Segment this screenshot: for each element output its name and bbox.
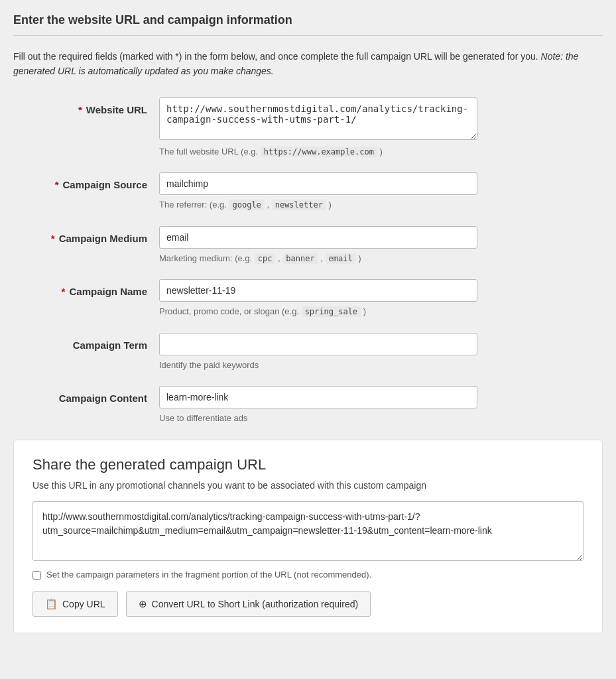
campaign-content-input[interactable] [159, 386, 477, 408]
fragment-checkbox-label[interactable]: Set the campaign parameters in the fragm… [46, 570, 371, 580]
campaign-source-row: * Campaign Source The referrer: (e.g. go… [13, 172, 603, 212]
page-description: Fill out the required fields (marked wit… [13, 49, 590, 79]
share-title: Share the generated campaign URL [32, 456, 584, 473]
campaign-content-row: Campaign Content Use to differentiate ad… [13, 386, 603, 425]
required-star-medium: * [51, 233, 55, 244]
campaign-term-row: Campaign Term Identify the paid keywords [13, 333, 603, 372]
campaign-source-hint: The referrer: (e.g. google , newsletter … [159, 198, 477, 212]
website-url-field-col: http://www.southernmostdigital.com/analy… [159, 97, 477, 158]
website-url-row: * Website URL http://www.southernmostdig… [13, 97, 603, 158]
campaign-term-label: Campaign Term [13, 333, 159, 351]
required-star-website: * [78, 104, 82, 115]
campaign-source-label: * Campaign Source [13, 172, 159, 190]
link-icon: ⊕ [139, 598, 147, 610]
share-box: Share the generated campaign URL Use thi… [13, 440, 603, 633]
convert-short-link-label: Convert URL to Short Link (authorization… [152, 599, 359, 609]
generated-url-textarea[interactable]: http://www.southernmostdigital.com/analy… [32, 501, 584, 561]
campaign-name-row: * Campaign Name Product, promo code, or … [13, 279, 603, 318]
action-button-row: 📋 Copy URL ⊕ Convert URL to Short Link (… [32, 591, 584, 617]
copy-url-button[interactable]: 📋 Copy URL [32, 591, 118, 617]
campaign-medium-label: * Campaign Medium [13, 226, 159, 244]
fragment-checkbox[interactable] [32, 571, 41, 580]
convert-short-link-button[interactable]: ⊕ Convert URL to Short Link (authorizati… [126, 591, 371, 617]
campaign-term-hint: Identify the paid keywords [159, 359, 477, 372]
campaign-name-label: * Campaign Name [13, 279, 159, 297]
website-url-input[interactable]: http://www.southernmostdigital.com/analy… [159, 97, 477, 140]
page-container: Enter the website URL and campaign infor… [13, 13, 603, 633]
copy-url-label: Copy URL [62, 599, 105, 609]
campaign-medium-row: * Campaign Medium Marketing medium: (e.g… [13, 226, 603, 265]
required-star-name: * [62, 286, 66, 297]
page-title: Enter the website URL and campaign infor… [13, 13, 603, 36]
campaign-term-input[interactable] [159, 333, 477, 355]
campaign-name-hint: Product, promo code, or slogan (e.g. spr… [159, 305, 477, 318]
campaign-source-field-col: The referrer: (e.g. google , newsletter … [159, 172, 477, 212]
campaign-form: * Website URL http://www.southernmostdig… [13, 97, 603, 425]
website-url-hint: The full website URL (e.g. https://www.e… [159, 145, 477, 158]
campaign-medium-hint: Marketing medium: (e.g. cpc , banner , e… [159, 252, 477, 265]
campaign-content-hint: Use to differentiate ads [159, 412, 477, 425]
campaign-medium-input[interactable] [159, 226, 477, 249]
campaign-medium-field-col: Marketing medium: (e.g. cpc , banner , e… [159, 226, 477, 265]
copy-icon: 📋 [45, 598, 58, 610]
campaign-name-input[interactable] [159, 279, 477, 302]
campaign-source-input[interactable] [159, 172, 477, 195]
campaign-term-field-col: Identify the paid keywords [159, 333, 477, 372]
share-description: Use this URL in any promotional channels… [32, 480, 584, 491]
website-url-label: * Website URL [13, 97, 159, 115]
campaign-content-field-col: Use to differentiate ads [159, 386, 477, 425]
fragment-checkbox-row: Set the campaign parameters in the fragm… [32, 570, 584, 580]
campaign-content-label: Campaign Content [13, 386, 159, 404]
required-star-source: * [55, 179, 59, 190]
campaign-name-field-col: Product, promo code, or slogan (e.g. spr… [159, 279, 477, 318]
